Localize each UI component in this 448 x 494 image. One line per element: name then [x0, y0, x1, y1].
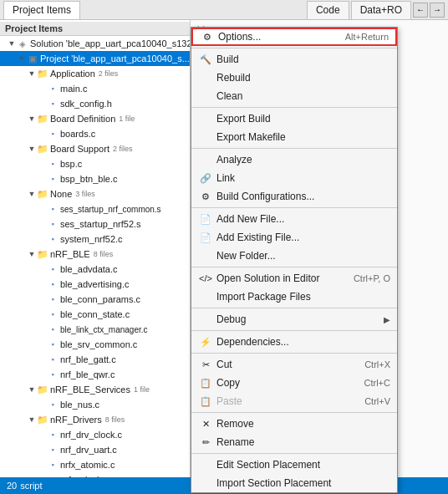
menu-item-new-folder[interactable]: New Folder... — [191, 247, 397, 265]
expand-icon: ▼ — [27, 189, 37, 199]
file-icon: ▪ — [47, 98, 59, 109]
folder-icon: 📁 — [37, 113, 48, 125]
menu-item-dependencies[interactable]: ⚡ Dependencies... — [191, 333, 397, 351]
add-existing-icon: 📄 — [198, 230, 213, 245]
import-section-icon — [198, 476, 213, 491]
file-icon: ▪ — [47, 233, 59, 245]
file-nrf-ble-gatt[interactable]: ▪ nrf_ble_gatt.c — [0, 352, 190, 367]
menu-item-remove[interactable]: ✕ Remove — [191, 415, 397, 433]
expand-icon: ▼ — [27, 249, 37, 259]
menu-item-link[interactable]: 🔗 Link — [191, 169, 397, 187]
expand-icon — [37, 99, 47, 109]
dependencies-icon: ⚡ — [198, 334, 213, 349]
file-icon: ▪ — [47, 354, 59, 365]
import-icon — [198, 289, 213, 304]
menu-item-cut[interactable]: ✂ Cut Ctrl+X — [191, 355, 397, 374]
menu-item-copy[interactable]: 📋 Copy Ctrl+C — [191, 374, 397, 392]
nav-forward-button[interactable]: → — [430, 3, 445, 18]
file-icon: ▪ — [47, 399, 59, 410]
file-icon: ▪ — [47, 339, 59, 350]
solution-icon: ◈ — [17, 38, 28, 49]
expand-icon — [37, 264, 47, 274]
tab-data-ro[interactable]: Data+RO — [351, 1, 411, 19]
file-icon: ▪ — [47, 218, 59, 230]
file-nrf-drv-clock[interactable]: ▪ nrf_drv_clock.c — [0, 427, 190, 442]
clean-icon — [198, 89, 213, 104]
menu-item-edit-section[interactable]: Edit Section Placement — [191, 456, 397, 474]
export-makefile-icon — [198, 130, 213, 145]
menu-item-rename[interactable]: ✏ Rename — [191, 433, 397, 451]
menu-separator — [191, 48, 397, 48]
file-ses-startup-nrf52[interactable]: ▪ ses_startup_nrf52.s — [0, 216, 190, 232]
context-menu: ⚙ Options... Alt+Return 🔨 Build Rebuild … — [191, 27, 398, 493]
menu-item-build-configurations[interactable]: ⚙ Build Configurations... — [191, 187, 397, 206]
file-nrfx-atomic[interactable]: ▪ nrfx_atomic.c — [0, 457, 190, 472]
menu-item-export-makefile[interactable]: Export Makefile — [191, 128, 397, 146]
panel-header: Project Items — [0, 22, 190, 36]
group-application[interactable]: ▼ 📁 Application 2 files — [0, 66, 190, 81]
expand-icon — [37, 279, 47, 289]
menu-item-open-solution[interactable]: </> Open Solution in Editor Ctrl+P, O — [191, 269, 397, 288]
file-icon: ▪ — [47, 444, 59, 456]
nav-back-button[interactable]: ← — [413, 3, 428, 18]
group-none[interactable]: ▼ 📁 None 3 files — [0, 186, 190, 201]
file-ble-srv-common[interactable]: ▪ ble_srv_common.c — [0, 337, 190, 352]
menu-item-paste[interactable]: 📋 Paste Ctrl+V — [191, 392, 397, 410]
file-ses-startup-common[interactable]: ▪ ses_startup_nrf_common.s — [0, 201, 190, 216]
expand-icon — [37, 309, 47, 319]
new-folder-icon — [198, 248, 213, 263]
file-ble-conn-state[interactable]: ▪ ble_conn_state.c — [0, 307, 190, 322]
menu-item-add-existing-file[interactable]: 📄 Add Existing File... — [191, 228, 397, 247]
menu-item-debug[interactable]: Debug ▶ — [191, 310, 397, 328]
paste-icon: 📋 — [198, 394, 213, 409]
code-icon: </> — [198, 271, 213, 286]
menu-item-add-new-file[interactable]: 📄 Add New File... — [191, 210, 397, 228]
group-nrf-ble-services[interactable]: ▼ 📁 nRF_BLE_Services 1 file — [0, 382, 190, 397]
group-nrf-drivers[interactable]: ▼ 📁 nRF_Drivers 8 files — [0, 412, 190, 427]
menu-item-analyze[interactable]: Analyze — [191, 150, 397, 169]
group-board-support[interactable]: ▼ 📁 Board Support 2 files — [0, 141, 190, 156]
file-nrf-ble-qwr[interactable]: ▪ nrf_ble_qwr.c — [0, 367, 190, 382]
menu-separator — [191, 207, 397, 208]
tab-project-items[interactable]: Project Items — [3, 1, 80, 19]
file-main-c[interactable]: ▪ main.c — [0, 81, 190, 96]
file-icon: ▪ — [47, 308, 59, 320]
menu-item-clean[interactable]: Clean — [191, 87, 397, 105]
tab-nav-buttons: ← → — [413, 3, 448, 18]
file-system-nrf52-c[interactable]: ▪ system_nrf52.c — [0, 232, 190, 247]
expand-icon — [37, 84, 47, 94]
file-ble-conn-params[interactable]: ▪ ble_conn_params.c — [0, 292, 190, 307]
file-sdk-config-h[interactable]: ▪ sdk_config.h — [0, 96, 190, 111]
file-ble-link-ctx-manager[interactable]: ▪ ble_link_ctx_manager.c — [0, 322, 190, 337]
file-nrf-drv-uart[interactable]: ▪ nrf_drv_uart.c — [0, 442, 190, 457]
expand-icon — [37, 294, 47, 304]
file-bsp-c[interactable]: ▪ bsp.c — [0, 156, 190, 171]
expand-icon — [37, 460, 47, 470]
group-nrf-ble[interactable]: ▼ 📁 nRF_BLE 8 files — [0, 247, 190, 262]
menu-item-import-package[interactable]: Import Package Files — [191, 288, 397, 306]
menu-item-import-section[interactable]: Import Section Placement — [191, 474, 397, 492]
expand-icon: ▼ — [27, 144, 37, 154]
menu-separator — [191, 308, 397, 308]
file-boards-c[interactable]: ▪ boards.c — [0, 126, 190, 141]
project-item[interactable]: ▼ ▣ Project 'ble_app_uart_pca10040_s... — [0, 51, 190, 66]
menu-separator — [191, 330, 397, 331]
solution-item[interactable]: ▼ ◈ Solution 'ble_app_uart_pca10040_s132… — [0, 36, 190, 51]
expand-icon — [37, 400, 47, 410]
folder-icon: 📁 — [37, 414, 48, 425]
file-ble-advertising[interactable]: ▪ ble_advertising.c — [0, 277, 190, 292]
menu-item-options[interactable]: ⚙ Options... Alt+Return — [191, 28, 397, 46]
file-ble-nus-c[interactable]: ▪ ble_nus.c — [0, 397, 190, 412]
file-ble-advdata[interactable]: ▪ ble_advdata.c — [0, 262, 190, 277]
tab-bar: Project Items Code Data+RO ← → — [0, 0, 448, 20]
menu-item-rebuild[interactable]: Rebuild — [191, 69, 397, 87]
menu-item-build[interactable]: 🔨 Build — [191, 50, 397, 69]
tab-code[interactable]: Code — [307, 1, 349, 19]
file-bsp-btn-ble-c[interactable]: ▪ bsp_btn_ble.c — [0, 171, 190, 186]
file-icon: ▪ — [47, 293, 59, 305]
menu-item-export-build[interactable]: Export Build — [191, 109, 397, 128]
folder-icon: 📁 — [37, 384, 48, 395]
copy-icon: 📋 — [198, 375, 213, 390]
group-board-definition[interactable]: ▼ 📁 Board Definition 1 file — [0, 111, 190, 126]
menu-separator — [191, 107, 397, 108]
